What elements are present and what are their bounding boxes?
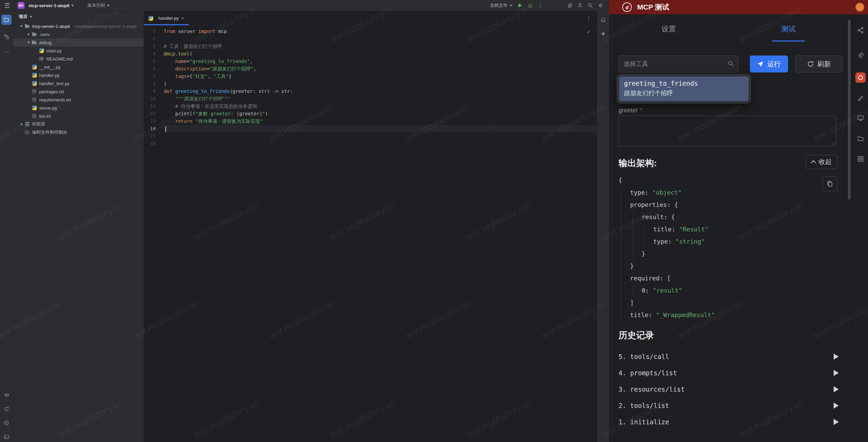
tool-select-input[interactable] — [618, 55, 738, 72]
chevron-right-icon[interactable] — [18, 120, 25, 128]
line-number[interactable]: 2 — [144, 35, 156, 43]
line-number[interactable]: 6 — [144, 65, 156, 72]
code-line-13[interactable]: return "待办事项：请替换为实际实现" — [164, 117, 597, 125]
editor-tab-handler[interactable]: handler.py × — [144, 11, 189, 25]
line-number[interactable]: 15 — [144, 132, 156, 140]
code-with-me-icon[interactable] — [575, 1, 585, 10]
code-line-16[interactable] — [164, 140, 597, 147]
run-button[interactable] — [515, 1, 525, 10]
code-line-10[interactable]: """跟朋友们打个招呼""" — [164, 95, 597, 102]
line-number[interactable]: 14 — [144, 125, 156, 132]
code-line-9[interactable]: def greeting_to_friends(greeter: str) ->… — [164, 87, 597, 95]
search-everywhere-icon[interactable] — [585, 1, 595, 10]
tree-item-requirements.txt[interactable]: requirements.txt — [13, 96, 144, 104]
tree-item-handler.py[interactable]: handler.py — [13, 71, 144, 79]
line-number[interactable]: 3 — [144, 43, 156, 50]
more-actions-icon[interactable]: ⋮ — [535, 1, 546, 10]
ai-mention-icon[interactable]: @ — [565, 1, 575, 10]
code-line-3[interactable]: # 工具：跟朋友们打个招呼 — [164, 43, 597, 50]
line-number[interactable]: 7 — [144, 72, 156, 80]
line-number[interactable]: 9 — [144, 87, 156, 95]
run-tool-button[interactable]: 运行 — [750, 55, 788, 72]
folder-icon[interactable] — [857, 135, 864, 142]
code-line-5[interactable]: name="greeting_to_friends", — [164, 58, 597, 65]
vcs-widget[interactable]: 版本控制 — [85, 2, 112, 9]
settings-gear-icon[interactable] — [595, 1, 606, 10]
code-line-8[interactable]: ) — [164, 80, 597, 87]
run-config-selector[interactable]: 当前文件 — [487, 2, 515, 9]
code-line-6[interactable]: description="跟朋友们打个招呼", — [164, 65, 597, 72]
line-number[interactable]: 8 — [144, 80, 156, 87]
close-icon[interactable]: × — [181, 16, 184, 20]
tree-item-handler_test.py[interactable]: handler_test.py — [13, 79, 144, 87]
line-number[interactable]: 16 — [144, 140, 156, 147]
mcp-extension-icon[interactable] — [855, 72, 866, 83]
history-row[interactable]: 1. initialize — [618, 414, 839, 430]
settings-sync-tool-icon[interactable] — [1, 404, 12, 414]
line-number[interactable]: 4 — [144, 50, 156, 58]
project-selector[interactable]: mcp-server-1-aiupll — [27, 3, 76, 8]
tree-item-__init__.py[interactable]: __init__.py — [13, 63, 144, 71]
code-line-12[interactable]: print(f"参数 greeter: {greeter}") — [164, 110, 597, 117]
scrollbar-thumb[interactable] — [848, 20, 851, 199]
tab-options-icon[interactable]: ⋮ — [586, 11, 591, 26]
refresh-button[interactable]: 刷新 — [795, 55, 842, 72]
tree-item-main.py[interactable]: main.py — [13, 47, 144, 55]
line-number[interactable]: 10 — [144, 95, 156, 102]
line-number[interactable]: 5 — [144, 58, 156, 65]
project-panel-header[interactable]: 项目 — [13, 11, 144, 22]
terminal-tool-icon[interactable] — [1, 432, 12, 442]
param-value-textarea[interactable] — [618, 116, 836, 146]
share-icon[interactable] — [857, 27, 864, 34]
chevron-right-icon[interactable] — [25, 30, 32, 38]
copy-button[interactable] — [822, 176, 837, 191]
line-number[interactable]: 1 — [144, 28, 156, 35]
mcp-tab-test[interactable]: 测试 — [729, 16, 849, 42]
tree-item-server.py[interactable]: server.py — [13, 104, 144, 112]
line-number[interactable]: 13 — [144, 117, 156, 125]
replay-icon[interactable] — [834, 419, 839, 425]
code-area[interactable]: 12345678910111213141516 from server impo… — [144, 26, 597, 442]
tree-item-tox.ini[interactable]: tox.ini — [13, 112, 144, 120]
code-line-1[interactable]: from server import mcp — [164, 28, 597, 35]
tree-item-临时文件和控制台[interactable]: 临时文件和控制台 — [13, 128, 144, 136]
replay-icon[interactable] — [834, 386, 839, 392]
pencil-icon[interactable] — [857, 95, 864, 102]
project-tool-icon[interactable] — [1, 15, 12, 25]
tree-item-mcp-server-1-aiupll[interactable]: mcp-server-1-aiupll~/workspace/mcp-serve… — [13, 22, 144, 30]
run-tool-icon[interactable] — [1, 418, 12, 428]
replay-icon[interactable] — [834, 354, 839, 360]
more-tool-windows-icon[interactable]: ⋯ — [1, 47, 12, 57]
tool-dropdown-option[interactable]: greeting_to_friends 跟朋友们打个招呼 — [619, 77, 749, 101]
chevron-down-icon[interactable] — [25, 38, 32, 47]
collapse-button[interactable]: 收起 — [806, 155, 837, 169]
line-number[interactable]: 11 — [144, 102, 156, 110]
history-row[interactable]: 5. tools/call — [618, 348, 839, 365]
ai-assistant-icon[interactable] — [598, 29, 608, 38]
code-line-14[interactable] — [164, 125, 597, 132]
code-line-2[interactable] — [164, 35, 597, 43]
history-row[interactable]: 3. resources/list — [618, 381, 839, 397]
tree-item-README.md[interactable]: README.md — [13, 55, 144, 63]
services-tool-icon[interactable] — [1, 390, 12, 400]
chevron-down-icon[interactable] — [18, 22, 25, 30]
replay-icon[interactable] — [834, 403, 839, 409]
history-row[interactable]: 4. prompts/list — [618, 365, 839, 381]
tree-item-packages.txt[interactable]: packages.txt — [13, 87, 144, 96]
tree-item-.venv[interactable]: .venv — [13, 30, 144, 38]
editor-gutter[interactable]: 12345678910111213141516 — [144, 28, 164, 147]
history-row[interactable]: 2. tools/list — [618, 397, 839, 414]
main-menu-icon[interactable] — [2, 1, 12, 10]
project-badge[interactable]: MA — [18, 2, 25, 9]
code-line-4[interactable]: @mcp.tool( — [164, 50, 597, 58]
tree-item-debug[interactable]: debug — [13, 38, 144, 47]
code-line-7[interactable]: tags={"社交", "工具"} — [164, 72, 597, 80]
tree-item-外部库[interactable]: 外部库 — [13, 120, 144, 128]
structure-tool-icon[interactable] — [1, 32, 12, 42]
monitor-icon[interactable] — [857, 114, 864, 122]
user-avatar[interactable] — [855, 2, 865, 12]
mcp-tab-settings[interactable]: 设置 — [609, 16, 729, 42]
replay-icon[interactable] — [834, 370, 839, 376]
notifications-bell-icon[interactable] — [598, 15, 608, 25]
debug-button[interactable] — [525, 1, 535, 10]
